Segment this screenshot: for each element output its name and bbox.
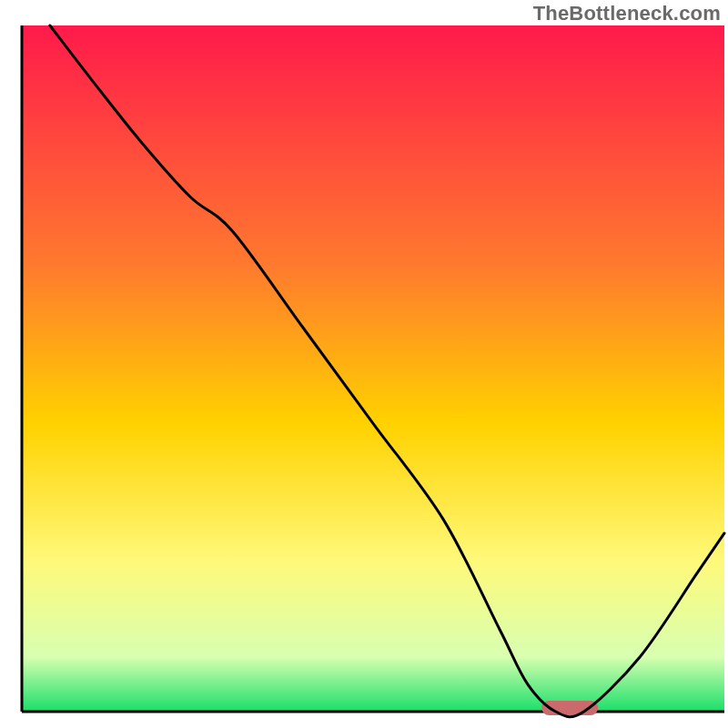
chart-container: { "attribution": "TheBottleneck.com", "c…	[0, 0, 728, 728]
bottleneck-chart	[0, 0, 728, 728]
gradient-background	[22, 25, 724, 712]
